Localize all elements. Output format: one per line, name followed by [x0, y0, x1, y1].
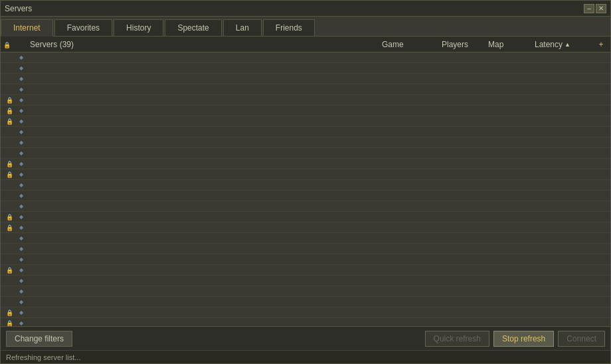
table-row[interactable]: ◆: [1, 254, 610, 265]
table-header: 🔒 Servers (39) Game Players Map Latency …: [1, 37, 610, 52]
boost-icon: ◆: [15, 76, 27, 82]
boost-icon: ◆: [15, 139, 27, 145]
lock-icon: 🔒: [3, 214, 15, 221]
boost-icon: ◆: [15, 246, 27, 252]
table-row[interactable]: 🔒 ◆: [1, 265, 610, 276]
boost-icon: ◆: [15, 193, 27, 199]
stop-refresh-button[interactable]: Stop refresh: [493, 331, 554, 347]
col-header-add[interactable]: +: [594, 40, 608, 49]
latency-sort-arrow: ▲: [565, 41, 570, 48]
table-row[interactable]: ◆: [1, 244, 610, 254]
bottom-left-controls: Change filters: [6, 331, 72, 347]
bottom-right-controls: Quick refresh Stop refresh Connect: [425, 331, 605, 347]
change-filters-button[interactable]: Change filters: [6, 331, 72, 347]
boost-icon: ◆: [15, 150, 27, 156]
connect-button[interactable]: Connect: [558, 331, 605, 347]
table-row[interactable]: ◆: [1, 201, 610, 212]
boost-icon: ◆: [15, 182, 27, 188]
tab-favorites[interactable]: Favorites: [54, 19, 112, 36]
table-row[interactable]: ◆: [1, 286, 610, 297]
boost-icon: ◆: [15, 299, 27, 305]
tab-internet[interactable]: Internet: [1, 19, 53, 37]
table-row[interactable]: 🔒 ◆: [1, 95, 610, 106]
boost-icon: ◆: [15, 129, 27, 135]
boost-icon: ◆: [15, 214, 27, 220]
lock-icon: 🔒: [3, 118, 15, 125]
window-controls: – ✕: [584, 4, 606, 13]
table-row[interactable]: 🔒 ◆: [1, 106, 610, 116]
boost-icon: ◆: [15, 65, 27, 71]
lock-icon: 🔒: [3, 267, 15, 274]
table-row[interactable]: 🔒 ◆: [1, 318, 610, 326]
table-row[interactable]: ◆: [1, 127, 610, 137]
boost-icon: ◆: [15, 108, 27, 114]
col-header-players[interactable]: Players: [442, 40, 488, 49]
window-title: Servers: [5, 4, 32, 13]
servers-window: Servers – ✕ Internet Favorites History S…: [0, 0, 611, 364]
tab-friends[interactable]: Friends: [263, 19, 315, 36]
table-row[interactable]: 🔒 ◆: [1, 223, 610, 233]
table-row[interactable]: 🔒 ◆: [1, 159, 610, 169]
table-row[interactable]: 🔒 ◆: [1, 116, 610, 127]
boost-icon: ◆: [15, 54, 27, 60]
boost-icon: ◆: [15, 86, 27, 92]
lock-icon: 🔒: [3, 310, 15, 316]
tab-history[interactable]: History: [114, 19, 163, 36]
boost-icon: ◆: [15, 278, 27, 284]
col-header-servers[interactable]: Servers (39): [27, 40, 382, 49]
table-row[interactable]: 🔒 ◆: [1, 212, 610, 223]
boost-icon: ◆: [15, 171, 27, 177]
status-text: Refreshing server list...: [6, 353, 80, 361]
tabs-bar: Internet Favorites History Spectate Lan …: [1, 17, 610, 37]
lock-icon: 🔒: [3, 225, 15, 231]
server-list[interactable]: ◆ ◆ ◆ ◆: [1, 52, 610, 326]
table-row[interactable]: ◆: [1, 137, 610, 148]
boost-icon: ◆: [15, 118, 27, 124]
status-bar: Refreshing server list...: [1, 350, 610, 363]
lock-icon: 🔒: [3, 161, 15, 167]
lock-icon: 🔒: [3, 320, 15, 327]
boost-icon: ◆: [15, 310, 27, 316]
boost-icon: ◆: [15, 225, 27, 230]
col-header-latency[interactable]: Latency ▲: [535, 40, 594, 49]
table-row[interactable]: ◆: [1, 63, 610, 74]
boost-icon: ◆: [15, 235, 27, 241]
table-row[interactable]: ◆: [1, 148, 610, 159]
col-header-map[interactable]: Map: [488, 40, 535, 49]
table-row[interactable]: ◆: [1, 276, 610, 286]
table-row[interactable]: ◆: [1, 180, 610, 191]
boost-icon: ◆: [15, 256, 27, 262]
boost-icon: ◆: [15, 288, 27, 294]
boost-icon: ◆: [15, 161, 27, 167]
table-row[interactable]: ◆: [1, 74, 610, 84]
lock-icon: 🔒: [3, 97, 15, 104]
boost-icon: ◆: [15, 320, 27, 326]
close-button[interactable]: ✕: [596, 4, 606, 13]
minimize-button[interactable]: –: [584, 4, 594, 13]
tab-spectate[interactable]: Spectate: [165, 19, 221, 36]
title-bar: Servers – ✕: [1, 1, 610, 17]
table-row[interactable]: ◆: [1, 84, 610, 95]
boost-icon: ◆: [15, 203, 27, 209]
boost-icon: ◆: [15, 97, 27, 103]
col-header-game[interactable]: Game: [382, 40, 442, 49]
bottom-bar: Change filters Quick refresh Stop refres…: [1, 326, 610, 350]
table-row[interactable]: ◆: [1, 52, 610, 63]
table-row[interactable]: ◆: [1, 297, 610, 308]
tab-lan[interactable]: Lan: [223, 19, 262, 36]
table-row[interactable]: ◆: [1, 191, 610, 201]
lock-icon: 🔒: [3, 171, 15, 178]
table-row[interactable]: 🔒 ◆: [1, 169, 610, 180]
boost-icon: ◆: [15, 267, 27, 273]
table-row[interactable]: 🔒 ◆: [1, 308, 610, 318]
quick-refresh-button[interactable]: Quick refresh: [425, 331, 489, 347]
table-row[interactable]: ◆: [1, 233, 610, 244]
col-header-lock: 🔒: [3, 40, 15, 49]
lock-icon: 🔒: [3, 108, 15, 114]
